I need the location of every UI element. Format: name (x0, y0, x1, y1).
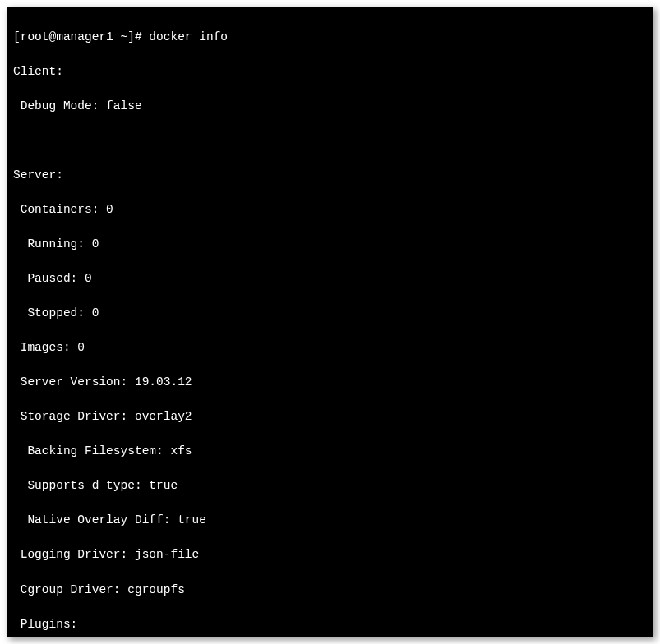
server-version: Server Version: 19.03.12 (13, 374, 647, 391)
server-paused: Paused: 0 (13, 270, 647, 288)
terminal-window: [root@manager1 ~]# docker info Client: D… (7, 7, 653, 637)
server-cgroup-driver: Cgroup Driver: cgroupfs (13, 582, 647, 599)
client-header: Client: (13, 63, 647, 80)
server-stopped: Stopped: 0 (13, 305, 647, 322)
command-prompt-line: [root@manager1 ~]# docker info (13, 29, 647, 46)
server-native-overlay-diff: Native Overlay Diff: true (13, 512, 647, 529)
client-debug-mode: Debug Mode: false (13, 98, 647, 115)
server-images: Images: 0 (13, 339, 647, 356)
server-containers: Containers: 0 (13, 201, 647, 218)
server-header: Server: (13, 167, 647, 184)
server-plugins-header: Plugins: (13, 616, 647, 633)
server-logging-driver: Logging Driver: json-file (13, 546, 647, 564)
server-backing-filesystem: Backing Filesystem: xfs (13, 443, 647, 460)
blank-line (13, 132, 647, 150)
server-running: Running: 0 (13, 236, 647, 253)
server-storage-driver: Storage Driver: overlay2 (13, 408, 647, 426)
server-supports-dtype: Supports d_type: true (13, 477, 647, 494)
